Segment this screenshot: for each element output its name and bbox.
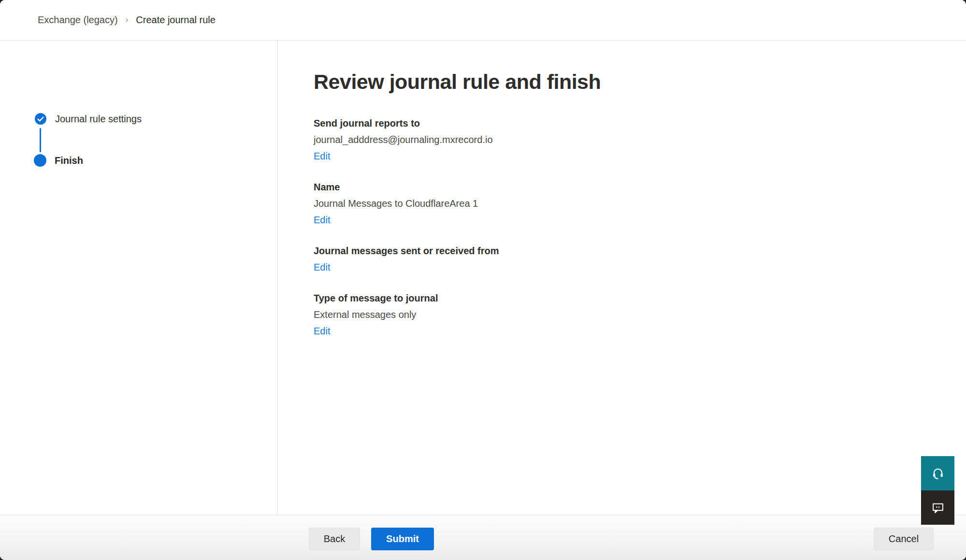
feedback-button[interactable] xyxy=(921,490,954,525)
headset-icon xyxy=(931,467,945,480)
section-label: Type of message to journal xyxy=(314,290,845,306)
breadcrumb-exchange-legacy[interactable]: Exchange (legacy) xyxy=(38,14,118,26)
edit-link[interactable]: Edit xyxy=(314,148,330,164)
review-section-journal-messages-scope: Journal messages sent or received from E… xyxy=(314,243,845,275)
step-label: Finish xyxy=(55,155,83,166)
section-value: Journal Messages to CloudflareArea 1 xyxy=(314,195,845,212)
screen: Exchange (legacy) › Create journal rule xyxy=(0,0,966,560)
review-panel: Review journal rule and finish Send jour… xyxy=(314,69,845,354)
chevron-right-icon: › xyxy=(126,15,129,25)
submit-button[interactable]: Submit xyxy=(371,528,434,550)
section-value: External messages only xyxy=(314,306,845,323)
page-title: Review journal rule and finish xyxy=(314,69,845,95)
wizard-steps-panel: Journal rule settings Finish xyxy=(0,41,278,515)
review-section-name: Name Journal Messages to CloudflareArea … xyxy=(314,179,845,228)
edit-link[interactable]: Edit xyxy=(314,259,330,275)
step-connector xyxy=(40,128,41,152)
step-current-dot-icon xyxy=(34,154,46,167)
feedback-speech-bubble-icon xyxy=(931,501,945,515)
section-value: journal_adddress@journaling.mxrecord.io xyxy=(314,131,845,148)
wizard-step-journal-rule-settings[interactable]: Journal rule settings xyxy=(34,113,142,125)
breadcrumb-create-journal-rule: Create journal rule xyxy=(136,14,216,26)
breadcrumb: Exchange (legacy) › Create journal rule xyxy=(0,0,966,41)
app-window: Exchange (legacy) › Create journal rule xyxy=(0,0,966,560)
step-label: Journal rule settings xyxy=(55,114,142,125)
review-section-send-journal-reports-to: Send journal reports to journal_adddress… xyxy=(314,115,845,164)
body-area: Journal rule settings Finish Review jour… xyxy=(0,41,966,515)
section-label: Name xyxy=(314,179,845,195)
cancel-button[interactable]: Cancel xyxy=(874,528,934,550)
edit-link[interactable]: Edit xyxy=(314,212,330,228)
section-label: Send journal reports to xyxy=(314,115,845,131)
action-bar: Back Submit Cancel xyxy=(0,515,966,560)
step-complete-check-icon xyxy=(34,113,47,125)
back-button[interactable]: Back xyxy=(309,528,360,550)
section-label: Journal messages sent or received from xyxy=(314,243,845,259)
edit-link[interactable]: Edit xyxy=(314,323,330,339)
wizard-step-finish[interactable]: Finish xyxy=(34,154,83,167)
help-button[interactable] xyxy=(921,456,954,490)
review-section-message-type: Type of message to journal External mess… xyxy=(314,290,845,339)
